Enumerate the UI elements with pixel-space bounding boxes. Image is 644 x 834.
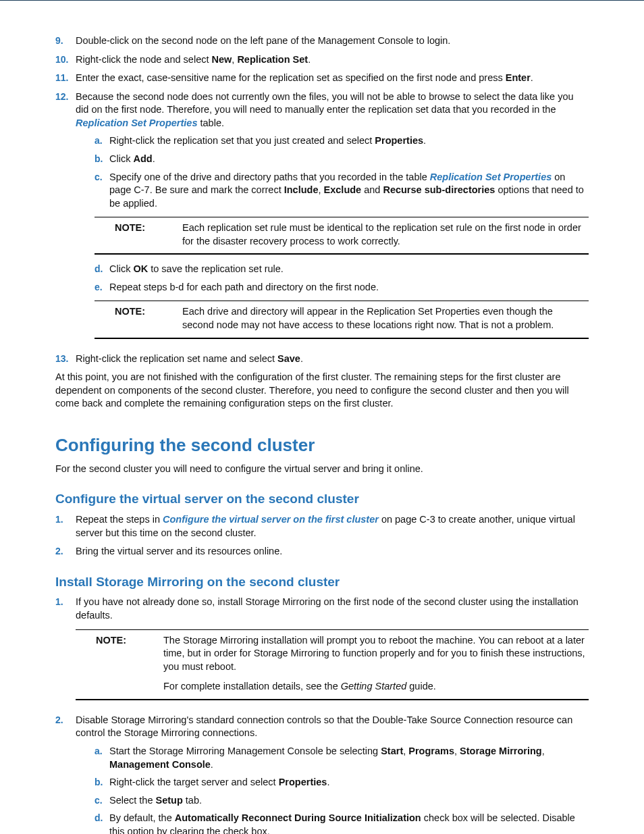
step-2b: b. Right-click the target server and sel… (95, 776, 589, 789)
section-intro: For the second cluster you will need to … (55, 463, 589, 476)
sub-steps: a. Start the Storage Mirroring Managemen… (95, 745, 589, 834)
sub-step-letter: b. (95, 776, 109, 789)
step-number: 11. (55, 72, 76, 85)
sub-step-letter: a. (95, 134, 109, 148)
link-replication-set-properties[interactable]: Replication Set Properties (76, 118, 198, 128)
link-configure-virtual-server-first[interactable]: Configure the virtual server on the firs… (163, 514, 379, 525)
step-number: 1. (55, 513, 76, 540)
step-2: 2. Bring the virtual server and its reso… (55, 545, 589, 558)
step-2c: c. Select the Setup tab. (95, 794, 589, 808)
note-label: NOTE: (78, 634, 163, 694)
step-number: 13. (55, 353, 76, 366)
step-text: Because the second node does not current… (76, 90, 589, 347)
sub-step-letter: d. (95, 263, 109, 276)
step-text: Right-click the node and select New, Rep… (76, 53, 589, 67)
step-12b: b. Click Add. (95, 153, 589, 166)
step-number: 12. (55, 90, 76, 347)
step-12d: d. Click OK to save the replication set … (95, 263, 589, 276)
closing-paragraph: At this point, you are not finished with… (55, 371, 589, 411)
document-page: 9. Double-click on the second node on th… (0, 0, 644, 834)
step-text: Right-click the replication set name and… (76, 353, 589, 366)
link-replication-set-properties[interactable]: Replication Set Properties (430, 172, 552, 182)
step-12c: c. Specify one of the drive and director… (95, 171, 589, 211)
procedure-list: 1. If you have not already done so, inst… (55, 596, 589, 834)
sub-step-letter: b. (95, 153, 109, 166)
note-label: NOTE: (97, 221, 182, 248)
heading-configure-virtual-server: Configure the virtual server on the seco… (55, 490, 589, 508)
step-number: 9. (55, 34, 76, 48)
sub-step-letter: c. (95, 171, 109, 211)
heading-install-storage-mirroring: Install Storage Mirroring on the second … (55, 573, 589, 591)
heading-configuring-second-cluster: Configuring the second cluster (55, 434, 589, 457)
step-12: 12. Because the second node does not cur… (55, 90, 589, 347)
step-10: 10. Right-click the node and select New,… (55, 53, 589, 67)
procedure-list: 1. Repeat the steps in Configure the vir… (55, 513, 589, 558)
step-1: 1. Repeat the steps in Configure the vir… (55, 513, 589, 540)
note-body: Each drive and directory will appear in … (182, 305, 586, 332)
note-label: NOTE: (97, 305, 182, 332)
sub-step-letter: e. (95, 281, 109, 294)
step-2a: a. Start the Storage Mirroring Managemen… (95, 745, 589, 771)
step-9: 9. Double-click on the second node on th… (55, 34, 589, 48)
step-2d: d. By default, the Automatically Reconne… (95, 812, 589, 834)
note-body: The Storage Mirroring installation will … (163, 634, 586, 694)
step-12e: e. Repeat steps b-d for each path and di… (95, 281, 589, 294)
step-number: 10. (55, 53, 76, 67)
note-box: NOTE: The Storage Mirroring installation… (76, 629, 589, 700)
step-13: 13. Right-click the replication set name… (55, 353, 589, 366)
step-text: Double-click on the second node on the l… (76, 34, 589, 48)
note-box: NOTE: Each replication set rule must be … (95, 217, 589, 255)
step-number: 2. (55, 714, 76, 834)
procedure-list: 9. Double-click on the second node on th… (55, 34, 589, 365)
step-number: 1. (55, 596, 76, 708)
step-1: 1. If you have not already done so, inst… (55, 596, 589, 708)
step-text: Enter the exact, case-sensitive name for… (76, 72, 589, 85)
sub-step-letter: c. (95, 794, 109, 808)
step-2: 2. Disable Storage Mirroring's standard … (55, 714, 589, 834)
sub-step-letter: d. (95, 812, 109, 834)
sub-step-letter: a. (95, 745, 109, 771)
note-box: NOTE: Each drive and directory will appe… (95, 301, 589, 338)
note-body: Each replication set rule must be identi… (182, 221, 586, 248)
step-number: 2. (55, 545, 76, 558)
sub-steps-continued: d. Click OK to save the replication set … (95, 263, 589, 294)
step-11: 11. Enter the exact, case-sensitive name… (55, 72, 589, 85)
step-12a: a. Right-click the replication set that … (95, 134, 589, 148)
sub-steps: a. Right-click the replication set that … (95, 134, 589, 210)
